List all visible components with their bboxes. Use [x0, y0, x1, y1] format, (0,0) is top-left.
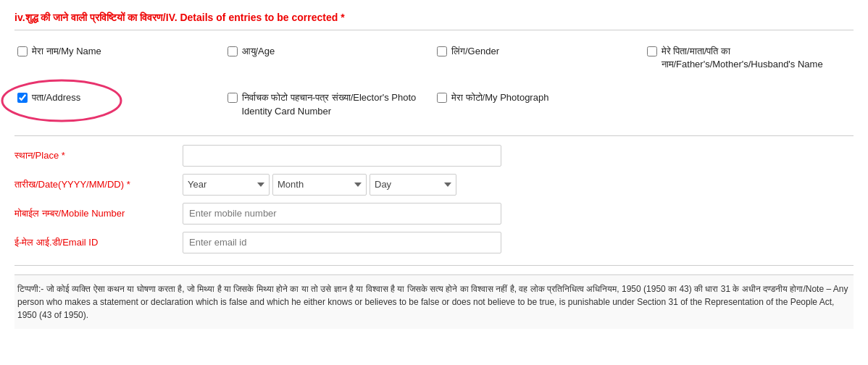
checkbox-my-name: मेरा नाम/My Name: [14, 39, 225, 77]
month-select[interactable]: Month: [272, 174, 367, 196]
date-required: *: [127, 179, 130, 190]
section-title: iv.शुद्ध की जाने वाली प्रविष्टियों का वि…: [14, 12, 854, 30]
gender-checkbox[interactable]: [437, 46, 447, 56]
checkbox-my-photo: मेरा फोटो/My Photograph: [434, 85, 644, 123]
day-select[interactable]: Day: [370, 174, 456, 196]
father-name-label: मेरे पिता/माता/पति का नाम/Father's/Mothe…: [662, 45, 851, 71]
checkbox-address: पता/Address: [14, 85, 225, 123]
place-required: *: [62, 150, 65, 161]
my-name-label: मेरा नाम/My Name: [32, 45, 101, 58]
note-section: टिप्पणी:- जो कोई व्यक्ति ऐसा कथन या घोषण…: [14, 274, 854, 329]
checkboxes-grid: मेरा नाम/My Name आयु/Age लिंग/Gender मेर…: [14, 39, 854, 124]
empty-cell: [644, 85, 854, 123]
address-checkbox[interactable]: [17, 93, 28, 103]
date-row: तारीख/Date(YYYY/MM/DD) * Year Month Day: [14, 174, 854, 196]
email-input[interactable]: [183, 232, 501, 253]
note-text: टिप्पणी:- जो कोई व्यक्ति ऐसा कथन या घोषण…: [17, 284, 848, 320]
my-name-checkbox[interactable]: [17, 46, 28, 56]
email-label: ई-मेल आई.डी/Email ID: [14, 237, 174, 248]
place-input[interactable]: [183, 145, 501, 167]
age-label: आयु/Age: [242, 45, 275, 58]
my-photo-label: मेरा फोटो/My Photograph: [451, 91, 548, 104]
place-row: स्थान/Place *: [14, 145, 854, 167]
section-divider: [14, 135, 854, 136]
age-checkbox[interactable]: [228, 46, 238, 56]
email-row: ई-मेल आई.डी/Email ID: [14, 232, 854, 253]
form-section: स्थान/Place * तारीख/Date(YYYY/MM/DD) * Y…: [14, 145, 854, 253]
checkbox-age: आयु/Age: [225, 39, 435, 77]
main-container: iv.शुद्ध की जाने वाली प्रविष्टियों का वि…: [0, 0, 868, 340]
gender-label: लिंग/Gender: [451, 45, 499, 58]
section-title-text: iv.शुद्ध की जाने वाली प्रविष्टियों का वि…: [14, 12, 338, 23]
required-marker: *: [341, 12, 344, 23]
note-divider: [14, 265, 854, 266]
mobile-row: मोबाईल नम्बर/Mobile Number: [14, 203, 854, 225]
date-label: तारीख/Date(YYYY/MM/DD) *: [14, 179, 174, 190]
address-label: पता/Address: [32, 91, 80, 104]
date-selects: Year Month Day: [183, 174, 456, 196]
mobile-label: मोबाईल नम्बर/Mobile Number: [14, 208, 174, 219]
elector-card-checkbox[interactable]: [228, 93, 238, 103]
my-photo-checkbox[interactable]: [437, 93, 447, 103]
mobile-input[interactable]: [183, 203, 501, 225]
year-select[interactable]: Year: [183, 174, 270, 196]
place-label: स्थान/Place *: [14, 150, 174, 161]
checkbox-elector-card: निर्वाचक फोटो पहचान-पत्र संख्या/Elector'…: [225, 85, 435, 123]
checkbox-father-name: मेरे पिता/माता/पति का नाम/Father's/Mothe…: [644, 39, 854, 77]
checkbox-gender: लिंग/Gender: [434, 39, 644, 77]
elector-card-label: निर्वाचक फोटो पहचान-पत्र संख्या/Elector'…: [242, 91, 432, 117]
father-name-checkbox[interactable]: [647, 46, 657, 56]
